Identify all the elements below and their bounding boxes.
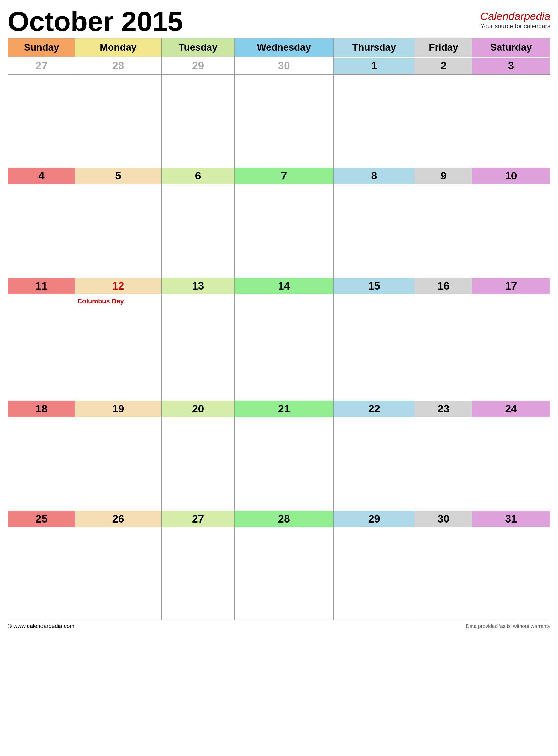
day-number: 28 xyxy=(235,511,333,527)
day-content-18-sunday xyxy=(8,418,75,510)
day-content-29-tuesday xyxy=(161,75,234,167)
day-content-29-thursday xyxy=(333,528,415,620)
day-content-13-tuesday xyxy=(161,295,234,400)
day-num-12-monday: 12 xyxy=(75,277,161,295)
day-number: 2 xyxy=(415,58,472,74)
day-number: 27 xyxy=(8,58,75,74)
week-2-numbers: 45678910 xyxy=(8,167,550,185)
header-sunday: Sunday xyxy=(8,38,75,57)
day-content-17-saturday xyxy=(472,295,550,400)
day-content-26-monday xyxy=(75,528,161,620)
week-4-numbers: 18192021222324 xyxy=(8,400,550,418)
day-number: 6 xyxy=(161,168,234,184)
day-number: 30 xyxy=(415,511,472,527)
day-num-23-friday: 23 xyxy=(415,400,472,418)
day-number: 13 xyxy=(161,278,234,294)
holiday-label: Columbus Day xyxy=(77,297,159,305)
day-number: 11 xyxy=(8,278,75,294)
day-content-4-sunday xyxy=(8,185,75,277)
day-number: 1 xyxy=(334,58,415,74)
week-1-numbers: 27282930123 xyxy=(8,57,550,75)
day-content-22-thursday xyxy=(333,418,415,510)
header-row: Sunday Monday Tuesday Wednesday Thursday… xyxy=(8,38,550,57)
brand-tagline: Your source for calendars xyxy=(480,23,550,30)
day-num-3-saturday: 3 xyxy=(472,57,550,75)
day-content-21-wednesday xyxy=(234,418,333,510)
header-saturday: Saturday xyxy=(472,38,550,57)
day-num-25-sunday: 25 xyxy=(8,510,75,528)
day-number: 25 xyxy=(8,511,75,527)
day-content-12-monday: Columbus Day xyxy=(75,295,161,400)
day-num-7-wednesday: 7 xyxy=(234,167,333,185)
day-number: 19 xyxy=(75,401,161,417)
day-num-30-wednesday: 30 xyxy=(234,57,333,75)
day-number: 27 xyxy=(161,511,234,527)
day-num-17-saturday: 17 xyxy=(472,277,550,295)
day-content-8-thursday xyxy=(333,185,415,277)
day-number: 20 xyxy=(161,401,234,417)
day-content-19-monday xyxy=(75,418,161,510)
day-content-10-saturday xyxy=(472,185,550,277)
day-content-1-thursday xyxy=(333,75,415,167)
day-number: 3 xyxy=(472,58,550,74)
day-number: 22 xyxy=(334,401,415,417)
day-content-15-thursday xyxy=(333,295,415,400)
day-content-31-saturday xyxy=(472,528,550,620)
day-number: 24 xyxy=(472,401,550,417)
day-num-18-sunday: 18 xyxy=(8,400,75,418)
day-number: 5 xyxy=(75,168,161,184)
day-content-16-friday xyxy=(415,295,472,400)
day-number: 8 xyxy=(334,168,415,184)
day-num-8-thursday: 8 xyxy=(333,167,415,185)
day-content-30-wednesday xyxy=(234,75,333,167)
day-num-24-saturday: 24 xyxy=(472,400,550,418)
day-num-13-tuesday: 13 xyxy=(161,277,234,295)
week-1-content xyxy=(8,75,550,167)
day-number: 21 xyxy=(235,401,333,417)
day-number: 29 xyxy=(334,511,415,527)
day-num-2-friday: 2 xyxy=(415,57,472,75)
header-wednesday: Wednesday xyxy=(234,38,333,57)
day-content-14-wednesday xyxy=(234,295,333,400)
day-number: 31 xyxy=(472,511,550,527)
day-number: 16 xyxy=(415,278,472,294)
calendar-table: Sunday Monday Tuesday Wednesday Thursday… xyxy=(8,38,550,620)
day-content-27-tuesday xyxy=(161,528,234,620)
day-num-22-thursday: 22 xyxy=(333,400,415,418)
day-number: 9 xyxy=(415,168,472,184)
day-num-28-wednesday: 28 xyxy=(234,510,333,528)
day-num-26-monday: 26 xyxy=(75,510,161,528)
day-num-28-monday: 28 xyxy=(75,57,161,75)
day-num-30-friday: 30 xyxy=(415,510,472,528)
day-number: 10 xyxy=(472,168,550,184)
brand-name: Calendarpedia xyxy=(480,10,550,23)
day-num-9-friday: 9 xyxy=(415,167,472,185)
header-tuesday: Tuesday xyxy=(161,38,234,57)
month-title: October 2015 xyxy=(8,8,183,35)
day-content-28-wednesday xyxy=(234,528,333,620)
day-number: 30 xyxy=(235,58,333,74)
header-friday: Friday xyxy=(415,38,472,57)
day-num-21-wednesday: 21 xyxy=(234,400,333,418)
week-3-numbers: 11121314151617 xyxy=(8,277,550,295)
day-num-27-tuesday: 27 xyxy=(161,510,234,528)
week-4-content xyxy=(8,418,550,510)
day-content-3-saturday xyxy=(472,75,550,167)
day-num-16-friday: 16 xyxy=(415,277,472,295)
day-number: 12 xyxy=(75,278,161,294)
day-num-20-tuesday: 20 xyxy=(161,400,234,418)
footer-url: © www.calendarpedia.com xyxy=(8,623,75,629)
day-num-31-saturday: 31 xyxy=(472,510,550,528)
day-num-11-sunday: 11 xyxy=(8,277,75,295)
week-3-content: Columbus Day xyxy=(8,295,550,400)
day-num-4-sunday: 4 xyxy=(8,167,75,185)
day-num-29-thursday: 29 xyxy=(333,510,415,528)
day-number: 29 xyxy=(161,58,234,74)
day-num-14-wednesday: 14 xyxy=(234,277,333,295)
day-content-28-monday xyxy=(75,75,161,167)
day-content-25-sunday xyxy=(8,528,75,620)
day-content-30-friday xyxy=(415,528,472,620)
day-content-9-friday xyxy=(415,185,472,277)
day-num-1-thursday: 1 xyxy=(333,57,415,75)
brand: Calendarpedia Your source for calendars xyxy=(480,10,550,30)
